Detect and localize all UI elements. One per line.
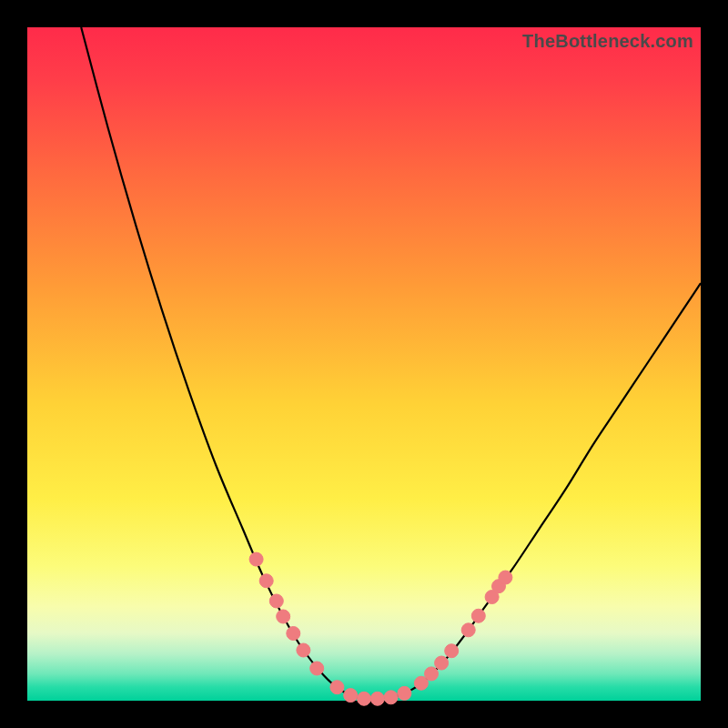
marker-dot (287, 627, 300, 641)
chart-svg (27, 27, 701, 701)
marker-dot (398, 686, 411, 700)
marker-dot (384, 691, 398, 704)
marker-dot (310, 662, 324, 675)
marker-dot (461, 623, 475, 637)
marker-dot (435, 656, 449, 670)
marker-dot (344, 689, 358, 703)
marker-dot (330, 681, 344, 694)
marker-dot (249, 552, 263, 566)
marker-dot (358, 692, 371, 705)
marker-group (249, 552, 512, 705)
bottleneck-curve (81, 27, 701, 699)
marker-dot (370, 692, 384, 705)
marker-dot (425, 667, 439, 681)
marker-dot (259, 574, 273, 588)
marker-dot (471, 609, 485, 622)
marker-dot (269, 594, 283, 608)
marker-dot (499, 571, 512, 584)
marker-dot (297, 643, 310, 657)
chart-frame: TheBottleneck.com (27, 27, 701, 701)
marker-dot (445, 644, 459, 658)
marker-dot (277, 610, 290, 623)
